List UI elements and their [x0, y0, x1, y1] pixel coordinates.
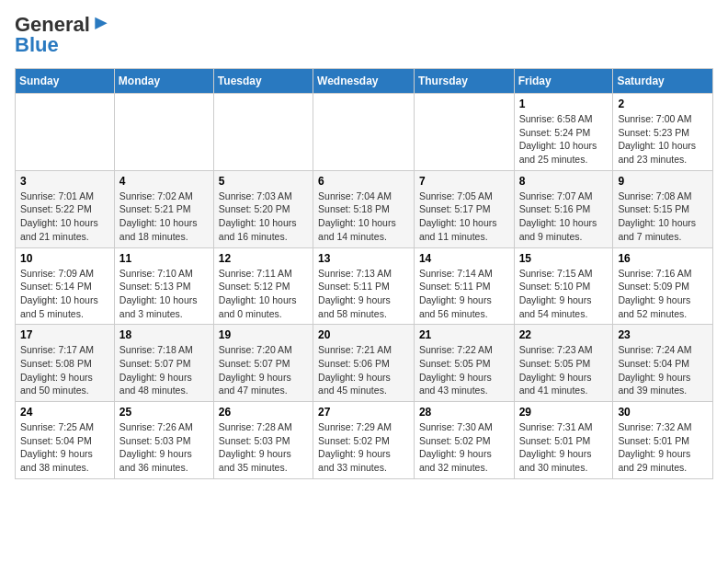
calendar-cell: 27Sunrise: 7:29 AM Sunset: 5:02 PM Dayli…: [313, 402, 415, 479]
calendar-cell: [414, 94, 514, 171]
calendar-cell: 13Sunrise: 7:13 AM Sunset: 5:11 PM Dayli…: [313, 247, 415, 325]
day-number: 10: [20, 252, 109, 265]
day-info: Sunrise: 7:32 AM Sunset: 5:01 PM Dayligh…: [618, 420, 708, 475]
logo: General Blue: [15, 15, 112, 57]
day-info: Sunrise: 7:26 AM Sunset: 5:03 PM Dayligh…: [119, 420, 209, 475]
calendar-cell: 16Sunrise: 7:16 AM Sunset: 5:09 PM Dayli…: [613, 247, 713, 325]
day-info: Sunrise: 7:13 AM Sunset: 5:11 PM Dayligh…: [318, 267, 409, 321]
day-number: 17: [20, 328, 109, 341]
day-number: 22: [519, 328, 609, 341]
day-number: 27: [318, 406, 409, 419]
day-info: Sunrise: 7:30 AM Sunset: 5:02 PM Dayligh…: [419, 420, 509, 475]
logo-flag-icon: [92, 16, 110, 34]
calendar-cell: 28Sunrise: 7:30 AM Sunset: 5:02 PM Dayli…: [414, 402, 514, 479]
weekday-header-sunday: Sunday: [16, 69, 115, 94]
calendar-cell: 18Sunrise: 7:18 AM Sunset: 5:07 PM Dayli…: [114, 325, 213, 402]
calendar-cell: 8Sunrise: 7:07 AM Sunset: 5:16 PM Daylig…: [514, 170, 613, 247]
calendar-cell: [213, 94, 313, 171]
day-info: Sunrise: 7:05 AM Sunset: 5:17 PM Dayligh…: [419, 190, 509, 244]
day-number: 8: [519, 175, 609, 188]
calendar-cell: 20Sunrise: 7:21 AM Sunset: 5:06 PM Dayli…: [313, 325, 415, 402]
day-info: Sunrise: 7:03 AM Sunset: 5:20 PM Dayligh…: [219, 190, 308, 244]
day-number: 23: [618, 328, 708, 341]
day-number: 24: [20, 406, 109, 419]
day-number: 15: [519, 252, 609, 265]
calendar-cell: 21Sunrise: 7:22 AM Sunset: 5:05 PM Dayli…: [414, 325, 514, 402]
day-info: Sunrise: 7:07 AM Sunset: 5:16 PM Dayligh…: [519, 190, 609, 244]
day-number: 9: [618, 175, 708, 188]
day-info: Sunrise: 7:11 AM Sunset: 5:12 PM Dayligh…: [219, 267, 308, 321]
calendar-cell: 23Sunrise: 7:24 AM Sunset: 5:04 PM Dayli…: [613, 325, 713, 402]
day-number: 6: [318, 175, 409, 188]
weekday-header-monday: Monday: [114, 69, 213, 94]
calendar-header: SundayMondayTuesdayWednesdayThursdayFrid…: [16, 69, 713, 94]
day-number: 3: [20, 175, 109, 188]
calendar-cell: 3Sunrise: 7:01 AM Sunset: 5:22 PM Daylig…: [16, 170, 115, 247]
svg-marker-0: [95, 17, 107, 29]
calendar-week-row: 10Sunrise: 7:09 AM Sunset: 5:14 PM Dayli…: [16, 247, 713, 325]
day-info: Sunrise: 7:02 AM Sunset: 5:21 PM Dayligh…: [119, 190, 209, 244]
day-number: 7: [419, 175, 509, 188]
day-number: 4: [119, 175, 209, 188]
day-info: Sunrise: 7:04 AM Sunset: 5:18 PM Dayligh…: [318, 190, 409, 244]
day-info: Sunrise: 7:14 AM Sunset: 5:11 PM Dayligh…: [419, 267, 509, 321]
day-number: 18: [119, 328, 209, 341]
calendar-cell: 26Sunrise: 7:28 AM Sunset: 5:03 PM Dayli…: [213, 402, 313, 479]
day-info: Sunrise: 7:25 AM Sunset: 5:04 PM Dayligh…: [20, 420, 109, 475]
day-number: 2: [618, 98, 708, 110]
calendar-week-row: 17Sunrise: 7:17 AM Sunset: 5:08 PM Dayli…: [16, 325, 713, 402]
day-number: 25: [119, 406, 209, 419]
day-number: 1: [519, 98, 609, 110]
day-info: Sunrise: 7:21 AM Sunset: 5:06 PM Dayligh…: [318, 343, 409, 397]
calendar-cell: [16, 94, 115, 171]
weekday-header-row: SundayMondayTuesdayWednesdayThursdayFrid…: [16, 69, 713, 94]
calendar-cell: 30Sunrise: 7:32 AM Sunset: 5:01 PM Dayli…: [613, 402, 713, 479]
day-number: 16: [618, 252, 708, 265]
calendar-cell: 19Sunrise: 7:20 AM Sunset: 5:07 PM Dayli…: [213, 325, 313, 402]
calendar-cell: 12Sunrise: 7:11 AM Sunset: 5:12 PM Dayli…: [213, 247, 313, 325]
logo-blue-part: Blue: [15, 33, 59, 57]
weekday-header-thursday: Thursday: [414, 69, 514, 94]
day-info: Sunrise: 7:00 AM Sunset: 5:23 PM Dayligh…: [618, 112, 708, 167]
day-number: 30: [618, 406, 708, 419]
day-info: Sunrise: 7:16 AM Sunset: 5:09 PM Dayligh…: [618, 267, 708, 321]
day-info: Sunrise: 7:08 AM Sunset: 5:15 PM Dayligh…: [618, 190, 708, 244]
calendar-week-row: 24Sunrise: 7:25 AM Sunset: 5:04 PM Dayli…: [16, 402, 713, 479]
weekday-header-saturday: Saturday: [613, 69, 713, 94]
day-info: Sunrise: 7:24 AM Sunset: 5:04 PM Dayligh…: [618, 343, 708, 397]
day-info: Sunrise: 7:22 AM Sunset: 5:05 PM Dayligh…: [419, 343, 509, 397]
calendar-cell: 15Sunrise: 7:15 AM Sunset: 5:10 PM Dayli…: [514, 247, 613, 325]
day-info: Sunrise: 7:17 AM Sunset: 5:08 PM Dayligh…: [20, 343, 109, 397]
day-number: 14: [419, 252, 509, 265]
day-info: Sunrise: 7:29 AM Sunset: 5:02 PM Dayligh…: [318, 420, 409, 475]
calendar-cell: 1Sunrise: 6:58 AM Sunset: 5:24 PM Daylig…: [514, 94, 613, 171]
day-info: Sunrise: 7:10 AM Sunset: 5:13 PM Dayligh…: [119, 267, 209, 321]
day-info: Sunrise: 7:15 AM Sunset: 5:10 PM Dayligh…: [519, 267, 609, 321]
calendar-cell: 9Sunrise: 7:08 AM Sunset: 5:15 PM Daylig…: [613, 170, 713, 247]
calendar-body: 1Sunrise: 6:58 AM Sunset: 5:24 PM Daylig…: [16, 94, 713, 479]
day-number: 13: [318, 252, 409, 265]
day-number: 12: [219, 252, 308, 265]
day-number: 5: [219, 175, 308, 188]
day-info: Sunrise: 7:18 AM Sunset: 5:07 PM Dayligh…: [119, 343, 209, 397]
day-info: Sunrise: 7:23 AM Sunset: 5:05 PM Dayligh…: [519, 343, 609, 397]
weekday-header-tuesday: Tuesday: [213, 69, 313, 94]
day-number: 28: [419, 406, 509, 419]
day-info: Sunrise: 7:20 AM Sunset: 5:07 PM Dayligh…: [219, 343, 308, 397]
calendar-cell: 11Sunrise: 7:10 AM Sunset: 5:13 PM Dayli…: [114, 247, 213, 325]
day-number: 19: [219, 328, 308, 341]
calendar-cell: 14Sunrise: 7:14 AM Sunset: 5:11 PM Dayli…: [414, 247, 514, 325]
day-number: 29: [519, 406, 609, 419]
day-number: 20: [318, 328, 409, 341]
calendar-cell: 25Sunrise: 7:26 AM Sunset: 5:03 PM Dayli…: [114, 402, 213, 479]
calendar-cell: 10Sunrise: 7:09 AM Sunset: 5:14 PM Dayli…: [16, 247, 115, 325]
weekday-header-wednesday: Wednesday: [313, 69, 415, 94]
day-info: Sunrise: 7:28 AM Sunset: 5:03 PM Dayligh…: [219, 420, 308, 475]
weekday-header-friday: Friday: [514, 69, 613, 94]
day-number: 21: [419, 328, 509, 341]
page-header: General Blue: [15, 15, 713, 57]
calendar-cell: 5Sunrise: 7:03 AM Sunset: 5:20 PM Daylig…: [213, 170, 313, 247]
calendar-cell: 7Sunrise: 7:05 AM Sunset: 5:17 PM Daylig…: [414, 170, 514, 247]
calendar-cell: 24Sunrise: 7:25 AM Sunset: 5:04 PM Dayli…: [16, 402, 115, 479]
calendar-cell: 17Sunrise: 7:17 AM Sunset: 5:08 PM Dayli…: [16, 325, 115, 402]
